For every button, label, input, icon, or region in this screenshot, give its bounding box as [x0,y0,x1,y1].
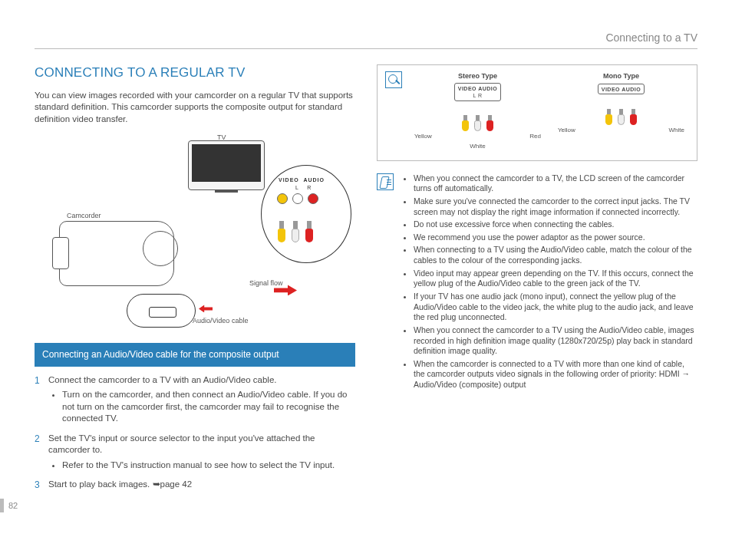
steps-list: Connect the camcorder to a TV with an Au… [35,374,355,491]
stereo-type-diagram: Stereo Type VIDEO AUDIOL R Yellow Red Wh… [410,71,546,151]
magnifying-glass-icon [385,71,402,88]
note-item: We recommend you use the power adaptor a… [414,232,697,243]
arrow-right-icon: → [682,369,691,378]
section-title: CONNECTING TO A REGULAR TV [35,64,355,82]
red-plug-icon [305,212,314,242]
notes-block: When you connect the camcorder to a TV, … [377,173,697,393]
step-3: Start to play back images. ➥page 42 [35,479,355,491]
connection-type-box: Stereo Type VIDEO AUDIOL R Yellow Red Wh… [377,64,697,161]
step-1-note: Turn on the camcorder, and then connect … [62,389,355,425]
intro-text: You can view images recorded with your c… [35,90,355,126]
tv-ports-callout: VIDEO AUDIO L R [261,165,351,263]
camcorder-port-callout [127,294,196,328]
step-2: Set the TV's input or source selector to… [35,433,355,472]
note-icon [377,173,394,190]
note-item: Video input may appear green depending o… [414,268,697,289]
arrow-icon [199,305,213,312]
camcorder-illustration [59,221,174,286]
tv-illustration [188,140,265,190]
page-reference-arrow-icon: ➥ [153,479,160,489]
note-item: If your TV has one audio jack (mono inpu… [414,292,697,323]
subsection-heading: Connecting an Audio/Video cable for the … [35,343,355,366]
step-1: Connect the camcorder to a TV with an Au… [35,374,355,425]
note-item: When you connect the camcorder to a TV, … [414,173,697,194]
note-item: Do not use excessive force when connecti… [414,219,697,230]
connection-diagram: TV Camcorder VIDEO AUDIO L R [35,133,355,332]
left-column: CONNECTING TO A REGULAR TV You can view … [35,64,355,499]
note-item: When connecting to a TV using the Audio/… [414,245,697,265]
right-column: Stereo Type VIDEO AUDIOL R Yellow Red Wh… [377,64,697,499]
page-number: 82 [0,499,18,512]
white-plug-icon [291,212,300,242]
breadcrumb: Connecting to a TV [35,31,697,49]
note-item: Make sure you've connected the camcorder… [414,196,697,217]
note-item: When the camcorder is connected to a TV … [414,359,697,390]
av-cable-label: Audio/Video cable [193,316,248,325]
signal-flow-label: Signal flow [249,278,283,288]
mono-type-diagram: Mono Type VIDEO AUDIO Yellow White [553,71,689,151]
yellow-plug-icon [277,212,286,242]
step-2-note: Refer to the TV's instruction manual to … [62,460,355,472]
notes-list: When you connect the camcorder to a TV, … [401,173,697,393]
note-item: When you connect the camcorder to a TV u… [414,325,697,357]
camcorder-label: Camcorder [67,211,101,220]
